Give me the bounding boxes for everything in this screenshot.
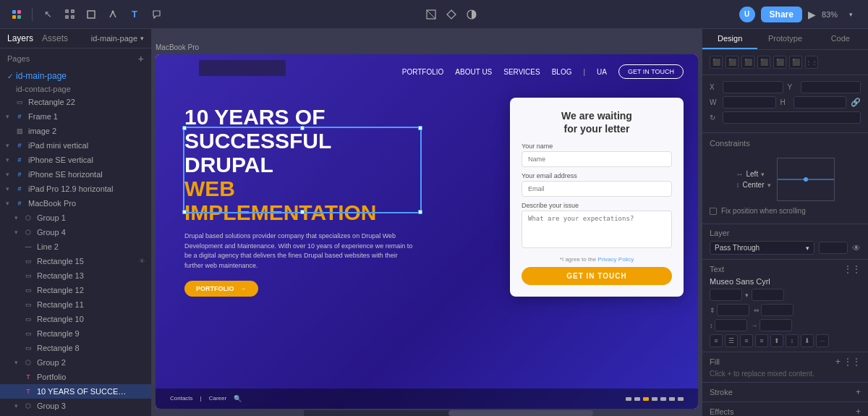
fix-position-checkbox[interactable]	[710, 208, 717, 215]
layer-group3[interactable]: ▾ ⬡ Group 3	[0, 399, 151, 413]
y-input[interactable]: 201	[801, 81, 861, 93]
contrast-icon[interactable]	[464, 7, 480, 22]
align-right-icon[interactable]: ⬛	[741, 56, 754, 69]
layer-rect6[interactable]: ▭ Rectangle 6	[0, 413, 151, 416]
text-align-justify-icon[interactable]: ≡	[755, 334, 768, 347]
align-center-h-icon[interactable]: ⬛	[726, 56, 739, 69]
privacy-link[interactable]: Privacy Policy	[597, 256, 634, 263]
blend-mode-dropdown[interactable]: Pass Through ▾	[710, 241, 814, 255]
layer-ipad-pro[interactable]: ▾ # iPad Pro 12.9 horizontal	[0, 182, 151, 196]
pen-tool-icon[interactable]	[105, 7, 121, 22]
text-valign-top-icon[interactable]: ⬆	[770, 334, 783, 347]
component-icon[interactable]	[443, 7, 459, 22]
text-tool-icon[interactable]: T	[127, 7, 142, 22]
layer-rect11[interactable]: ▭ Rectangle 11	[0, 297, 151, 312]
align-top-icon[interactable]: ⬛	[757, 56, 770, 69]
page-item-main[interactable]: ✓ id-main-page	[0, 69, 151, 83]
text-options-icon[interactable]: ⋮⋮	[843, 264, 861, 274]
font-size-input[interactable]: 65	[752, 289, 784, 301]
email-input[interactable]	[522, 181, 672, 197]
issue-textarea[interactable]	[522, 211, 672, 248]
page-item-contact[interactable]: id-contact-page	[0, 83, 151, 95]
align-bottom-icon[interactable]: ⬛	[789, 56, 802, 69]
nav-portfolio[interactable]: PORTFOLIO	[402, 68, 444, 76]
layer-iphone-se-h[interactable]: ▾ # iPhone SE horizontal	[0, 167, 151, 182]
dot-5[interactable]	[660, 397, 666, 401]
portfolio-button[interactable]: PORTFOLIO →	[184, 281, 258, 297]
layer-ipad-mini[interactable]: ▾ # iPad mini vertical	[0, 138, 151, 153]
layer-group4[interactable]: ▾ ⬡ Group 4	[0, 225, 151, 239]
font-weight-input[interactable]: 900	[710, 289, 742, 301]
text-more-icon[interactable]: ···	[816, 334, 829, 347]
text-valign-bot-icon[interactable]: ⬇	[801, 334, 814, 347]
menu-icon[interactable]	[9, 7, 25, 22]
layer-rect15[interactable]: ▭ Rectangle 15 👁	[0, 254, 151, 268]
footer-contacts[interactable]: Contacts	[170, 395, 193, 402]
x-input[interactable]: 93	[723, 81, 783, 93]
constraint-v-chevron[interactable]: ▾	[767, 182, 771, 189]
layer-rectangle-22[interactable]: ▭ Rectangle 22	[0, 95, 151, 109]
nav-services[interactable]: SERVICES	[503, 68, 540, 76]
layer-rect10[interactable]: ▭ Rectangle 10	[0, 312, 151, 326]
layer-rect9[interactable]: ▭ Rectangle 9	[0, 326, 151, 341]
layer-rect8[interactable]: ▭ Rectangle 8	[0, 341, 151, 355]
footer-career[interactable]: Career	[209, 395, 226, 402]
dot-7[interactable]	[678, 397, 684, 401]
nav-blog[interactable]: BLOG	[552, 68, 572, 76]
rect-tool-icon[interactable]	[83, 7, 99, 22]
scrollbar-thumb[interactable]	[448, 410, 593, 416]
lock-ratio-icon[interactable]: 🔗	[851, 98, 861, 107]
layer-portfolio-text[interactable]: T Portfolio	[0, 370, 151, 384]
move-tool-icon[interactable]: ↖	[40, 7, 56, 22]
layer-rect13[interactable]: ▭ Rectangle 13	[0, 268, 151, 283]
text-align-right-icon[interactable]: ≡	[740, 334, 753, 347]
play-button[interactable]: ▶	[808, 9, 816, 20]
align-left-icon[interactable]: ⬛	[710, 56, 723, 69]
nav-about[interactable]: ABOUT US	[455, 68, 492, 76]
layer-macbook[interactable]: ▾ # MacBook Pro	[0, 196, 151, 211]
layer-visibility-icon[interactable]: 👁	[852, 243, 861, 253]
frame-tool-icon[interactable]	[61, 7, 77, 22]
align-center-v-icon[interactable]: ⬛	[773, 56, 786, 69]
dot-1[interactable]	[626, 397, 631, 401]
para-spacing-input[interactable]: 0	[715, 319, 747, 331]
para-indent-input[interactable]: 0	[760, 319, 792, 331]
dot-3[interactable]	[643, 397, 649, 401]
font-weight-chevron[interactable]: ▾	[745, 292, 749, 299]
share-button[interactable]: Share	[761, 7, 802, 22]
add-page-button[interactable]: +	[138, 53, 144, 64]
tab-design[interactable]: Design	[702, 29, 757, 49]
layer-iphone-se-v[interactable]: ▾ # iPhone SE vertical	[0, 153, 151, 167]
visibility-icon-15[interactable]: 👁	[139, 258, 145, 265]
layer-line2[interactable]: — Line 2	[0, 239, 151, 254]
tab-assets[interactable]: Assets	[42, 33, 68, 43]
tab-layers[interactable]: Layers	[7, 33, 33, 43]
layer-image-2[interactable]: ▨ image 2	[0, 124, 151, 138]
distribute-icon[interactable]: ⋮⋮	[805, 56, 818, 69]
constraint-h-chevron[interactable]: ▾	[761, 171, 765, 178]
h-input[interactable]: 234	[793, 96, 847, 109]
stroke-add-icon[interactable]: +	[856, 387, 861, 397]
layer-frame-1[interactable]: ▾ # Frame 1	[0, 109, 151, 124]
dot-4[interactable]	[652, 397, 658, 401]
nav-cta-button[interactable]: GET IN TOUCH	[618, 64, 684, 79]
resize-icon[interactable]	[423, 7, 439, 22]
canvas-area[interactable]: MacBook Pro PORTFOLIO ABOUT US SERVICES …	[152, 29, 702, 416]
text-valign-mid-icon[interactable]: ↕	[786, 334, 799, 347]
comment-tool-icon[interactable]	[148, 7, 164, 22]
contact-submit-button[interactable]: GET IN TOUCH	[522, 267, 672, 285]
w-input[interactable]: 737	[723, 96, 776, 109]
name-input[interactable]	[522, 151, 672, 167]
text-align-center-icon[interactable]: ☰	[725, 334, 738, 347]
text-align-left-icon[interactable]: ≡	[710, 334, 723, 347]
layer-hero-text[interactable]: T 10 YEARS OF SUCCESSFUL DRUPAL WEB IMPL…	[0, 384, 151, 399]
tab-code[interactable]: Code	[813, 29, 868, 49]
layer-group2[interactable]: ▾ ⬡ Group 2	[0, 355, 151, 370]
letter-spacing-input[interactable]: 0%	[761, 304, 793, 316]
footer-search-icon[interactable]: 🔍	[234, 395, 242, 402]
fill-options-icon[interactable]: ⋮⋮	[843, 357, 861, 367]
tab-prototype[interactable]: Prototype	[757, 29, 812, 49]
dot-6[interactable]	[669, 397, 675, 401]
zoom-chevron-icon[interactable]: ▾	[843, 7, 859, 22]
line-height-input[interactable]: Auto	[717, 304, 749, 316]
